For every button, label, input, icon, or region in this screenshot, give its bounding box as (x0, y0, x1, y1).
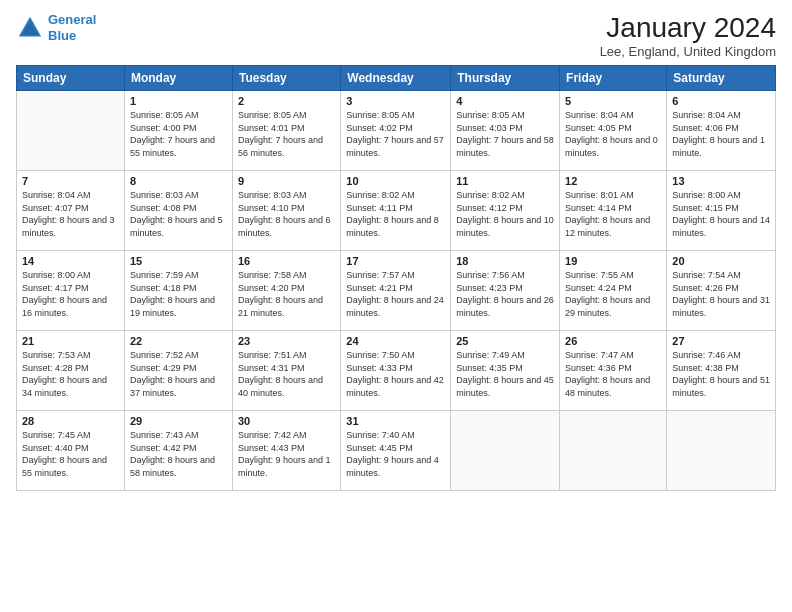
day-number: 7 (22, 175, 119, 187)
day-info: Sunrise: 7:40 AMSunset: 4:45 PMDaylight:… (346, 429, 445, 479)
day-info: Sunrise: 7:54 AMSunset: 4:26 PMDaylight:… (672, 269, 770, 319)
day-info: Sunrise: 7:46 AMSunset: 4:38 PMDaylight:… (672, 349, 770, 399)
day-number: 28 (22, 415, 119, 427)
calendar-cell: 30Sunrise: 7:42 AMSunset: 4:43 PMDayligh… (232, 411, 340, 491)
day-info: Sunrise: 7:47 AMSunset: 4:36 PMDaylight:… (565, 349, 661, 399)
calendar-cell: 26Sunrise: 7:47 AMSunset: 4:36 PMDayligh… (560, 331, 667, 411)
logo: General Blue (16, 12, 96, 43)
day-info: Sunrise: 7:50 AMSunset: 4:33 PMDaylight:… (346, 349, 445, 399)
calendar-cell: 15Sunrise: 7:59 AMSunset: 4:18 PMDayligh… (124, 251, 232, 331)
calendar-cell: 7Sunrise: 8:04 AMSunset: 4:07 PMDaylight… (17, 171, 125, 251)
day-info: Sunrise: 8:05 AMSunset: 4:02 PMDaylight:… (346, 109, 445, 159)
calendar-cell: 14Sunrise: 8:00 AMSunset: 4:17 PMDayligh… (17, 251, 125, 331)
day-info: Sunrise: 8:05 AMSunset: 4:03 PMDaylight:… (456, 109, 554, 159)
day-number: 9 (238, 175, 335, 187)
day-number: 5 (565, 95, 661, 107)
day-info: Sunrise: 8:04 AMSunset: 4:06 PMDaylight:… (672, 109, 770, 159)
day-info: Sunrise: 7:43 AMSunset: 4:42 PMDaylight:… (130, 429, 227, 479)
day-info: Sunrise: 7:51 AMSunset: 4:31 PMDaylight:… (238, 349, 335, 399)
day-info: Sunrise: 7:49 AMSunset: 4:35 PMDaylight:… (456, 349, 554, 399)
day-number: 4 (456, 95, 554, 107)
location: Lee, England, United Kingdom (600, 44, 776, 59)
header-wednesday: Wednesday (341, 66, 451, 91)
calendar-body: 1Sunrise: 8:05 AMSunset: 4:00 PMDaylight… (17, 91, 776, 491)
logo-icon (16, 14, 44, 42)
day-number: 19 (565, 255, 661, 267)
day-info: Sunrise: 8:00 AMSunset: 4:15 PMDaylight:… (672, 189, 770, 239)
day-number: 22 (130, 335, 227, 347)
calendar-cell (667, 411, 776, 491)
day-info: Sunrise: 8:05 AMSunset: 4:00 PMDaylight:… (130, 109, 227, 159)
calendar-cell: 31Sunrise: 7:40 AMSunset: 4:45 PMDayligh… (341, 411, 451, 491)
day-number: 15 (130, 255, 227, 267)
calendar-cell: 24Sunrise: 7:50 AMSunset: 4:33 PMDayligh… (341, 331, 451, 411)
title-block: January 2024 Lee, England, United Kingdo… (600, 12, 776, 59)
calendar-cell: 20Sunrise: 7:54 AMSunset: 4:26 PMDayligh… (667, 251, 776, 331)
day-number: 10 (346, 175, 445, 187)
calendar-cell: 2Sunrise: 8:05 AMSunset: 4:01 PMDaylight… (232, 91, 340, 171)
day-number: 29 (130, 415, 227, 427)
day-number: 24 (346, 335, 445, 347)
day-number: 3 (346, 95, 445, 107)
day-info: Sunrise: 7:52 AMSunset: 4:29 PMDaylight:… (130, 349, 227, 399)
calendar-week-row: 1Sunrise: 8:05 AMSunset: 4:00 PMDaylight… (17, 91, 776, 171)
calendar-cell: 23Sunrise: 7:51 AMSunset: 4:31 PMDayligh… (232, 331, 340, 411)
header-sunday: Sunday (17, 66, 125, 91)
calendar-table: Sunday Monday Tuesday Wednesday Thursday… (16, 65, 776, 491)
day-number: 14 (22, 255, 119, 267)
calendar-cell: 27Sunrise: 7:46 AMSunset: 4:38 PMDayligh… (667, 331, 776, 411)
day-info: Sunrise: 8:05 AMSunset: 4:01 PMDaylight:… (238, 109, 335, 159)
header-thursday: Thursday (451, 66, 560, 91)
day-number: 17 (346, 255, 445, 267)
calendar-cell: 1Sunrise: 8:05 AMSunset: 4:00 PMDaylight… (124, 91, 232, 171)
calendar-cell (560, 411, 667, 491)
calendar-cell: 9Sunrise: 8:03 AMSunset: 4:10 PMDaylight… (232, 171, 340, 251)
day-info: Sunrise: 8:02 AMSunset: 4:12 PMDaylight:… (456, 189, 554, 239)
day-info: Sunrise: 7:53 AMSunset: 4:28 PMDaylight:… (22, 349, 119, 399)
calendar-week-row: 14Sunrise: 8:00 AMSunset: 4:17 PMDayligh… (17, 251, 776, 331)
calendar-cell: 25Sunrise: 7:49 AMSunset: 4:35 PMDayligh… (451, 331, 560, 411)
day-number: 31 (346, 415, 445, 427)
calendar-cell: 12Sunrise: 8:01 AMSunset: 4:14 PMDayligh… (560, 171, 667, 251)
calendar-cell: 28Sunrise: 7:45 AMSunset: 4:40 PMDayligh… (17, 411, 125, 491)
calendar-cell: 18Sunrise: 7:56 AMSunset: 4:23 PMDayligh… (451, 251, 560, 331)
day-info: Sunrise: 7:57 AMSunset: 4:21 PMDaylight:… (346, 269, 445, 319)
calendar-cell: 22Sunrise: 7:52 AMSunset: 4:29 PMDayligh… (124, 331, 232, 411)
calendar-cell: 17Sunrise: 7:57 AMSunset: 4:21 PMDayligh… (341, 251, 451, 331)
day-number: 18 (456, 255, 554, 267)
day-info: Sunrise: 7:45 AMSunset: 4:40 PMDaylight:… (22, 429, 119, 479)
calendar-week-row: 28Sunrise: 7:45 AMSunset: 4:40 PMDayligh… (17, 411, 776, 491)
month-title: January 2024 (600, 12, 776, 44)
calendar-cell: 19Sunrise: 7:55 AMSunset: 4:24 PMDayligh… (560, 251, 667, 331)
day-info: Sunrise: 7:58 AMSunset: 4:20 PMDaylight:… (238, 269, 335, 319)
calendar-cell: 5Sunrise: 8:04 AMSunset: 4:05 PMDaylight… (560, 91, 667, 171)
calendar-week-row: 21Sunrise: 7:53 AMSunset: 4:28 PMDayligh… (17, 331, 776, 411)
calendar-cell: 16Sunrise: 7:58 AMSunset: 4:20 PMDayligh… (232, 251, 340, 331)
day-info: Sunrise: 8:03 AMSunset: 4:08 PMDaylight:… (130, 189, 227, 239)
day-info: Sunrise: 8:04 AMSunset: 4:05 PMDaylight:… (565, 109, 661, 159)
day-number: 11 (456, 175, 554, 187)
calendar-cell: 11Sunrise: 8:02 AMSunset: 4:12 PMDayligh… (451, 171, 560, 251)
header-saturday: Saturday (667, 66, 776, 91)
header-friday: Friday (560, 66, 667, 91)
day-info: Sunrise: 8:02 AMSunset: 4:11 PMDaylight:… (346, 189, 445, 239)
calendar-cell: 8Sunrise: 8:03 AMSunset: 4:08 PMDaylight… (124, 171, 232, 251)
day-number: 26 (565, 335, 661, 347)
calendar-cell: 4Sunrise: 8:05 AMSunset: 4:03 PMDaylight… (451, 91, 560, 171)
day-info: Sunrise: 7:59 AMSunset: 4:18 PMDaylight:… (130, 269, 227, 319)
day-number: 21 (22, 335, 119, 347)
day-info: Sunrise: 8:00 AMSunset: 4:17 PMDaylight:… (22, 269, 119, 319)
day-number: 30 (238, 415, 335, 427)
calendar-cell: 6Sunrise: 8:04 AMSunset: 4:06 PMDaylight… (667, 91, 776, 171)
header: General Blue January 2024 Lee, England, … (16, 12, 776, 59)
day-number: 27 (672, 335, 770, 347)
day-info: Sunrise: 8:01 AMSunset: 4:14 PMDaylight:… (565, 189, 661, 239)
calendar-cell: 29Sunrise: 7:43 AMSunset: 4:42 PMDayligh… (124, 411, 232, 491)
day-info: Sunrise: 7:56 AMSunset: 4:23 PMDaylight:… (456, 269, 554, 319)
day-number: 13 (672, 175, 770, 187)
calendar-cell (17, 91, 125, 171)
calendar-week-row: 7Sunrise: 8:04 AMSunset: 4:07 PMDaylight… (17, 171, 776, 251)
calendar-cell (451, 411, 560, 491)
weekday-header-row: Sunday Monday Tuesday Wednesday Thursday… (17, 66, 776, 91)
logo-text: General Blue (48, 12, 96, 43)
